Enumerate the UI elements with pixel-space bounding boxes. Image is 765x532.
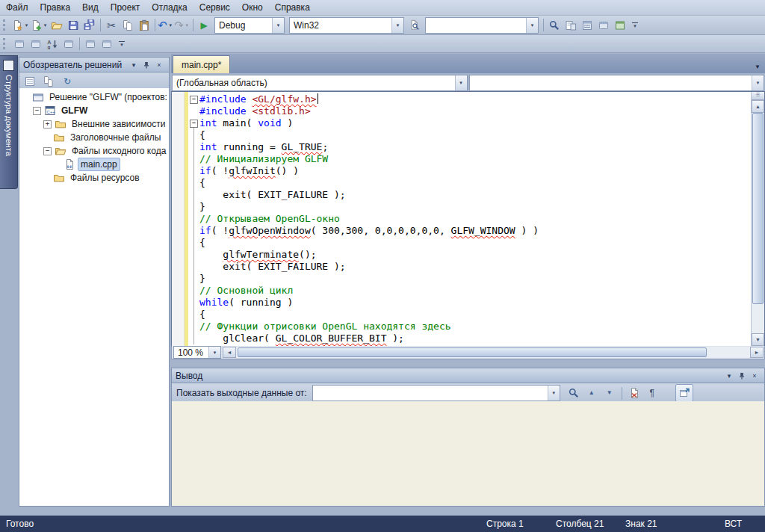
collapse-icon[interactable]: −	[33, 107, 41, 115]
save-icon[interactable]	[65, 17, 81, 34]
chevron-down-icon[interactable]: ▼	[391, 18, 403, 33]
menu-file[interactable]: Файл	[0, 0, 34, 15]
add-item-icon[interactable]: ▾	[30, 17, 49, 34]
tree-item-header-files[interactable]: Заголовочные файлы	[19, 131, 169, 144]
quick-find-icon[interactable]	[546, 17, 563, 34]
close-icon[interactable]: ×	[749, 370, 761, 381]
vertical-scrollbar[interactable]: ☰ ▲ ▼	[751, 92, 764, 346]
code-line: −#include <GL/glfw.h>	[188, 93, 751, 105]
chevron-down-icon[interactable]: ▾	[23, 22, 30, 28]
list-view-icon[interactable]	[61, 36, 77, 52]
properties-icon[interactable]	[22, 73, 38, 90]
expand-icon[interactable]: +	[43, 120, 52, 129]
horizontal-scrollbar[interactable]: ◄ ►	[223, 347, 764, 358]
scroll-down-icon[interactable]: ▼	[752, 333, 764, 346]
tree-item-external-dependencies[interactable]: +Внешние зависимости	[19, 117, 169, 131]
prev-message-icon[interactable]: ▲	[583, 385, 600, 401]
copy-icon[interactable]	[120, 17, 136, 34]
ide-window: ФайлПравкаВидПроектОтладкаСервисОкноСпра…	[0, 0, 765, 532]
pin-icon[interactable]	[736, 370, 748, 381]
cut-icon[interactable]: ✂	[103, 17, 120, 34]
tree-item-main-cpp[interactable]: ++main.cpp	[19, 158, 169, 171]
outdent-icon[interactable]	[99, 36, 115, 52]
fold-minus-box[interactable]: −	[190, 96, 198, 104]
splitter-handle[interactable]: ☰	[752, 92, 764, 100]
output-source-combo[interactable]: ▼	[312, 385, 560, 401]
undock-window-icon[interactable]	[675, 384, 693, 402]
refresh-icon[interactable]: ↻	[59, 73, 75, 90]
save-all-icon[interactable]	[81, 17, 98, 34]
menu-edit[interactable]: Правка	[34, 0, 77, 15]
chevron-down-icon[interactable]: ▼	[208, 347, 220, 358]
fold-minus-box[interactable]: −	[190, 120, 198, 128]
chevron-down-icon[interactable]: ▼	[455, 75, 467, 90]
clear-all-icon[interactable]	[626, 385, 642, 401]
display-outline-icon[interactable]	[11, 36, 28, 52]
menu-debug[interactable]: Отладка	[146, 0, 193, 15]
tree-item-project-glfw[interactable]: −C++GLFW	[19, 104, 169, 117]
object-browser-icon[interactable]	[595, 17, 612, 34]
chevron-down-icon[interactable]: ▾	[184, 22, 191, 28]
find-combo[interactable]: ▼	[425, 17, 539, 34]
next-message-icon[interactable]: ▼	[601, 385, 618, 401]
fold-collapse-icon[interactable]: −	[188, 93, 199, 105]
tree-item-source-files[interactable]: −Файлы исходного кода	[19, 144, 169, 158]
new-item-icon[interactable]: ▾	[11, 17, 30, 34]
properties-window-icon[interactable]	[579, 17, 595, 34]
zoom-combo[interactable]: 100 % ▼	[173, 346, 221, 359]
collapse-icon[interactable]: −	[43, 147, 52, 155]
tab-main-cpp[interactable]: main.cpp*	[173, 55, 230, 73]
fold-collapse-icon[interactable]: −	[188, 117, 199, 129]
menu-help[interactable]: Справка	[269, 0, 316, 15]
find-in-files-icon[interactable]	[406, 17, 423, 34]
indent-icon[interactable]	[82, 36, 99, 52]
document-outline-tab[interactable]: Структура документа	[0, 55, 18, 189]
close-icon[interactable]: ×	[153, 59, 165, 70]
vscroll-track[interactable]	[752, 113, 764, 333]
paste-icon[interactable]	[136, 17, 152, 34]
open-files-dropdown-icon[interactable]: ▼	[752, 64, 764, 70]
fold-gutter	[188, 273, 199, 285]
pin-icon[interactable]	[140, 59, 152, 70]
window-position-icon[interactable]: ▾	[128, 59, 140, 70]
members-combo[interactable]: ▼	[469, 75, 765, 91]
code-editor[interactable]: −#include <GL/glfw.h>#include <stdlib.h>…	[171, 91, 765, 347]
chevron-down-icon[interactable]: ▾	[42, 22, 49, 28]
scroll-up-icon[interactable]: ▲	[752, 100, 764, 113]
start-debugging-icon[interactable]: ▶	[196, 17, 212, 34]
configuration-combo[interactable]: Debug▼	[214, 17, 285, 34]
sort-alpha-icon[interactable]: Ая	[44, 36, 61, 52]
scroll-right-icon[interactable]: ►	[750, 347, 764, 358]
menu-window[interactable]: Окно	[236, 0, 269, 15]
vscroll-thumb[interactable]	[752, 113, 764, 304]
show-all-files-icon[interactable]	[40, 73, 57, 90]
solution-explorer-icon[interactable]	[563, 17, 579, 34]
chevron-down-icon[interactable]: ▼	[526, 18, 538, 33]
find-message-icon[interactable]	[566, 385, 582, 401]
scroll-left-icon[interactable]: ◄	[223, 347, 236, 358]
extension-manager-icon[interactable]	[612, 17, 628, 34]
hscroll-track[interactable]	[236, 347, 750, 358]
member-list-icon[interactable]	[28, 36, 44, 52]
menu-view[interactable]: Вид	[76, 0, 105, 15]
chevron-down-icon[interactable]: ▼	[752, 75, 764, 90]
hscroll-thumb[interactable]	[238, 347, 707, 357]
undo-icon[interactable]: ↶▾	[158, 17, 174, 34]
open-file-icon[interactable]	[49, 17, 65, 34]
menu-project[interactable]: Проект	[105, 0, 146, 15]
toolbar-overflow-icon[interactable]: ▼	[117, 41, 127, 47]
chevron-down-icon[interactable]: ▼	[548, 386, 560, 400]
chevron-down-icon[interactable]: ▾	[167, 22, 174, 28]
redo-icon[interactable]: ↷▾	[174, 17, 191, 34]
toolbar-grip[interactable]	[3, 19, 8, 31]
menu-tools[interactable]: Сервис	[193, 0, 236, 15]
toolbar-overflow-icon[interactable]: ▼	[630, 22, 640, 28]
tree-item-solution[interactable]: Решение "GLFW" (проектов: 1)	[19, 90, 169, 104]
chevron-down-icon[interactable]: ▼	[272, 18, 284, 33]
types-combo[interactable]: (Глобальная область) ▼	[172, 75, 468, 91]
toolbar-grip[interactable]	[3, 38, 8, 49]
word-wrap-icon[interactable]: ¶	[644, 385, 660, 401]
platform-combo[interactable]: Win32▼	[289, 17, 404, 34]
tree-item-resource-files[interactable]: Файлы ресурсов	[19, 171, 169, 185]
window-position-icon[interactable]: ▾	[723, 370, 735, 381]
